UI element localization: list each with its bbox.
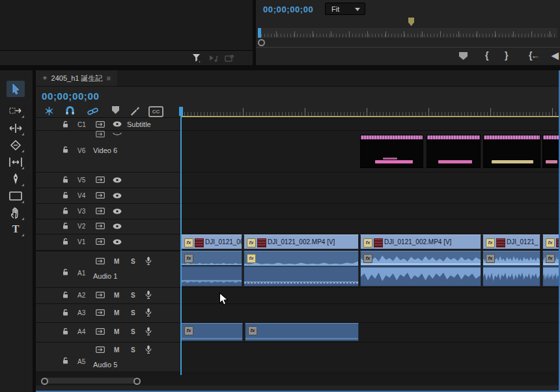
selection-arrow-icon	[9, 83, 22, 96]
track-lock-toggle[interactable]	[62, 207, 69, 215]
video-clip[interactable]: fx DJI_0121_	[483, 234, 540, 249]
video-clip[interactable]: fx	[542, 234, 560, 249]
mark-out-button[interactable]: }	[505, 50, 508, 61]
add-marker-button[interactable]	[459, 52, 468, 60]
sync-lock-toggle[interactable]	[96, 238, 105, 245]
track-lock-toggle[interactable]	[62, 238, 69, 245]
automate-to-sequence-icon[interactable]	[208, 53, 219, 63]
track-lock-toggle[interactable]	[62, 291, 69, 299]
track-output-toggle[interactable]	[113, 208, 122, 214]
track-lock-toggle[interactable]	[62, 191, 69, 199]
mute-toggle[interactable]: M	[114, 328, 119, 335]
sync-lock-toggle[interactable]	[96, 258, 105, 264]
track-output-toggle[interactable]	[113, 223, 122, 229]
sequence-tab[interactable]: ✳ 2405_h1 誕生記 ≡	[36, 70, 117, 86]
add-marker-button[interactable]	[112, 106, 119, 114]
mark-in-button[interactable]: {	[485, 50, 488, 61]
zoom-handle-right[interactable]	[133, 378, 141, 385]
sync-lock-toggle[interactable]	[96, 176, 105, 183]
voiceover-record-button[interactable]	[145, 345, 152, 354]
monitor-zoom-handle[interactable]	[258, 39, 265, 46]
solo-toggle[interactable]: S	[131, 346, 135, 354]
video-clip[interactable]: fx DJI_0121_002.MP4 [V]	[244, 234, 359, 249]
linked-selection-toggle[interactable]	[87, 106, 99, 118]
voiceover-record-button[interactable]	[145, 327, 152, 336]
hand-tool[interactable]	[7, 204, 25, 221]
sync-lock-toggle[interactable]	[96, 131, 105, 137]
voiceover-record-button[interactable]	[145, 257, 152, 266]
track-output-toggle[interactable]	[113, 121, 122, 127]
audio-clip[interactable]: fx	[360, 251, 481, 287]
razor-tool[interactable]	[7, 137, 25, 153]
snap-toggle[interactable]	[65, 106, 75, 118]
audio-clip[interactable]: fx	[483, 251, 540, 287]
mute-toggle[interactable]: M	[114, 258, 119, 265]
volume-line[interactable]	[483, 264, 540, 264]
sync-lock-toggle[interactable]	[96, 346, 105, 353]
sync-lock-toggle[interactable]	[96, 223, 105, 229]
track-output-toggle[interactable]	[113, 132, 122, 137]
track-select-forward-tool[interactable]	[7, 102, 25, 119]
audio-clip[interactable]: fx	[181, 323, 243, 341]
mute-toggle[interactable]: M	[114, 346, 119, 354]
playhead-head[interactable]	[179, 107, 183, 116]
track-output-toggle[interactable]	[113, 239, 122, 245]
rectangle-tool[interactable]	[7, 188, 25, 204]
track-lock-toggle[interactable]	[62, 146, 69, 154]
track-lock-toggle[interactable]	[62, 357, 69, 365]
monitor-playhead[interactable]	[258, 28, 261, 38]
filter-bin-icon[interactable]	[191, 53, 202, 63]
sync-lock-toggle[interactable]	[96, 292, 105, 298]
solo-toggle[interactable]: S	[131, 309, 135, 316]
track-lock-toggle[interactable]	[62, 176, 69, 184]
track-output-toggle[interactable]	[113, 177, 122, 183]
volume-line[interactable]	[543, 264, 559, 264]
video-clip[interactable]	[483, 135, 540, 168]
video-clip[interactable]: fx DJI_0121_002.MP4 [V]	[360, 234, 481, 249]
sync-lock-toggle[interactable]	[96, 208, 105, 214]
track-lock-toggle[interactable]	[62, 120, 69, 128]
track-output-toggle[interactable]	[113, 193, 122, 199]
sync-lock-toggle[interactable]	[96, 309, 105, 316]
voiceover-record-button[interactable]	[145, 308, 152, 317]
zoom-level-dropdown[interactable]: Fit	[325, 3, 365, 15]
track-lock-toggle[interactable]	[62, 268, 69, 276]
selection-tool[interactable]	[7, 81, 25, 97]
solo-toggle[interactable]: S	[131, 292, 135, 299]
timeline-hscrollbar-thumb[interactable]	[42, 378, 137, 384]
slip-tool[interactable]	[7, 154, 25, 170]
voiceover-record-button[interactable]	[145, 290, 152, 300]
audio-clip[interactable]: fx	[181, 251, 242, 287]
track-lock-toggle[interactable]	[62, 309, 69, 316]
mute-toggle[interactable]: M	[114, 309, 119, 316]
video-clip[interactable]	[360, 135, 423, 168]
volume-line[interactable]	[361, 264, 481, 264]
step-back-button[interactable]: ◀	[552, 50, 559, 61]
video-clip[interactable]	[542, 135, 560, 168]
panel-menu-icon[interactable]: ≡	[106, 74, 110, 82]
type-tool[interactable]: T	[7, 221, 25, 237]
go-to-in-button[interactable]: {←	[529, 50, 539, 61]
track-lock-toggle[interactable]	[62, 222, 69, 230]
solo-toggle[interactable]: S	[131, 258, 135, 265]
video-clip[interactable]: fx DJI_0121_00	[181, 234, 242, 249]
export-icon[interactable]	[224, 53, 234, 63]
sync-lock-toggle[interactable]	[96, 121, 105, 128]
audio-clip[interactable]: fx	[245, 323, 359, 341]
pen-tool[interactable]	[7, 171, 25, 187]
mute-toggle[interactable]: M	[114, 292, 119, 299]
captions-menu-button[interactable]: CC	[148, 106, 163, 117]
track-lock-toggle[interactable]	[62, 328, 69, 335]
sequence-marker-icon[interactable]	[408, 18, 414, 26]
monitor-mini-timeline[interactable]	[258, 28, 557, 38]
video-clip[interactable]	[427, 135, 481, 168]
zoom-handle-left[interactable]	[41, 378, 48, 385]
audio-clip[interactable]: fx	[244, 251, 359, 287]
time-ruler[interactable]: ;00;00 00;00;02;00 00;00;04;00 00;00;06;…	[181, 90, 560, 117]
audio-clip[interactable]: fx	[542, 251, 560, 287]
solo-toggle[interactable]: S	[131, 328, 135, 335]
volume-line-selected[interactable]	[244, 283, 358, 283]
sync-lock-toggle[interactable]	[96, 192, 105, 199]
ripple-edit-tool[interactable]	[7, 120, 25, 136]
sync-lock-toggle[interactable]	[96, 328, 105, 335]
